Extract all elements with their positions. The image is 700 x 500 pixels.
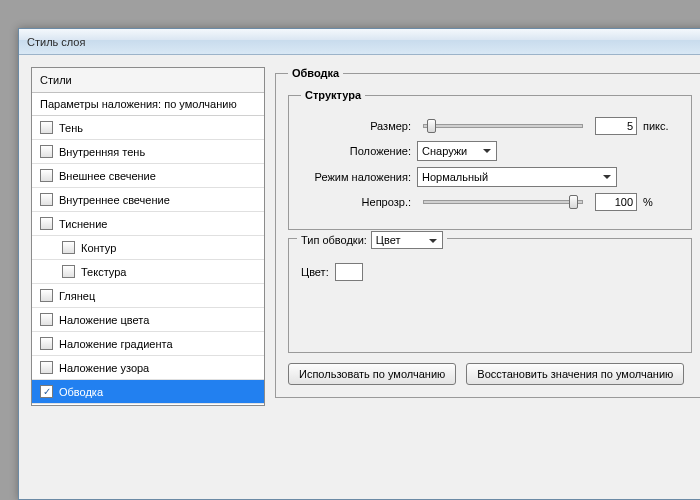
style-checkbox[interactable] <box>40 169 53 182</box>
size-input[interactable] <box>595 117 637 135</box>
structure-group: Структура Размер: пикс. Положение: Снару… <box>288 89 692 230</box>
style-item-8[interactable]: Наложение цвета <box>32 308 264 332</box>
blend-mode-select[interactable]: Нормальный <box>417 167 617 187</box>
style-label: Внешнее свечение <box>59 170 156 182</box>
window-title: Стиль слоя <box>27 36 85 48</box>
style-label: Наложение цвета <box>59 314 149 326</box>
position-label: Положение: <box>301 145 411 157</box>
style-label: Наложение градиента <box>59 338 173 350</box>
style-item-2[interactable]: Внешнее свечение <box>32 164 264 188</box>
position-select[interactable]: Снаружи <box>417 141 497 161</box>
style-checkbox[interactable] <box>40 361 53 374</box>
styles-header[interactable]: Стили <box>32 68 264 93</box>
color-label: Цвет: <box>301 266 329 278</box>
style-item-11[interactable]: Обводка <box>32 380 264 404</box>
size-slider[interactable] <box>423 124 583 128</box>
style-checkbox[interactable] <box>40 217 53 230</box>
stroke-title: Обводка <box>288 67 343 79</box>
size-label: Размер: <box>301 120 411 132</box>
structure-title: Структура <box>301 89 365 101</box>
fill-type-group: Тип обводки: Цвет Цвет: <box>288 238 692 353</box>
style-checkbox[interactable] <box>40 385 53 398</box>
style-item-10[interactable]: Наложение узора <box>32 356 264 380</box>
opacity-slider[interactable] <box>423 200 583 204</box>
reset-default-button[interactable]: Восстановить значения по умолчанию <box>466 363 684 385</box>
opacity-label: Непрозр.: <box>301 196 411 208</box>
opacity-input[interactable] <box>595 193 637 211</box>
style-item-0[interactable]: Тень <box>32 116 264 140</box>
style-checkbox[interactable] <box>40 193 53 206</box>
style-item-3[interactable]: Внутреннее свечение <box>32 188 264 212</box>
color-swatch[interactable] <box>335 263 363 281</box>
style-label: Тень <box>59 122 83 134</box>
blending-options-default[interactable]: Параметры наложения: по умолчанию <box>32 93 264 116</box>
make-default-button[interactable]: Использовать по умолчанию <box>288 363 456 385</box>
style-checkbox[interactable] <box>40 313 53 326</box>
opacity-unit: % <box>643 196 679 208</box>
style-checkbox[interactable] <box>62 265 75 278</box>
style-label: Глянец <box>59 290 95 302</box>
style-checkbox[interactable] <box>40 145 53 158</box>
stroke-group: Обводка Структура Размер: пикс. Положени… <box>275 67 700 398</box>
style-item-5[interactable]: Контур <box>32 236 264 260</box>
style-item-9[interactable]: Наложение градиента <box>32 332 264 356</box>
size-unit: пикс. <box>643 120 679 132</box>
style-label: Внутренняя тень <box>59 146 145 158</box>
style-checkbox[interactable] <box>40 337 53 350</box>
layer-style-dialog: Стиль слоя Стили Параметры наложения: по… <box>18 28 700 500</box>
style-label: Внутреннее свечение <box>59 194 170 206</box>
style-item-1[interactable]: Внутренняя тень <box>32 140 264 164</box>
style-item-7[interactable]: Глянец <box>32 284 264 308</box>
style-label: Контур <box>81 242 116 254</box>
styles-panel: Стили Параметры наложения: по умолчанию … <box>31 67 265 406</box>
style-checkbox[interactable] <box>40 121 53 134</box>
style-item-6[interactable]: Текстура <box>32 260 264 284</box>
style-item-4[interactable]: Тиснение <box>32 212 264 236</box>
settings-panel: Обводка Структура Размер: пикс. Положени… <box>275 67 700 406</box>
style-checkbox[interactable] <box>62 241 75 254</box>
style-label: Тиснение <box>59 218 107 230</box>
style-label: Текстура <box>81 266 126 278</box>
style-checkbox[interactable] <box>40 289 53 302</box>
titlebar[interactable]: Стиль слоя <box>19 29 700 55</box>
style-label: Обводка <box>59 386 103 398</box>
blend-mode-label: Режим наложения: <box>301 171 411 183</box>
fill-type-select[interactable]: Цвет <box>371 231 443 249</box>
style-label: Наложение узора <box>59 362 149 374</box>
fill-type-label: Тип обводки: <box>301 234 367 246</box>
